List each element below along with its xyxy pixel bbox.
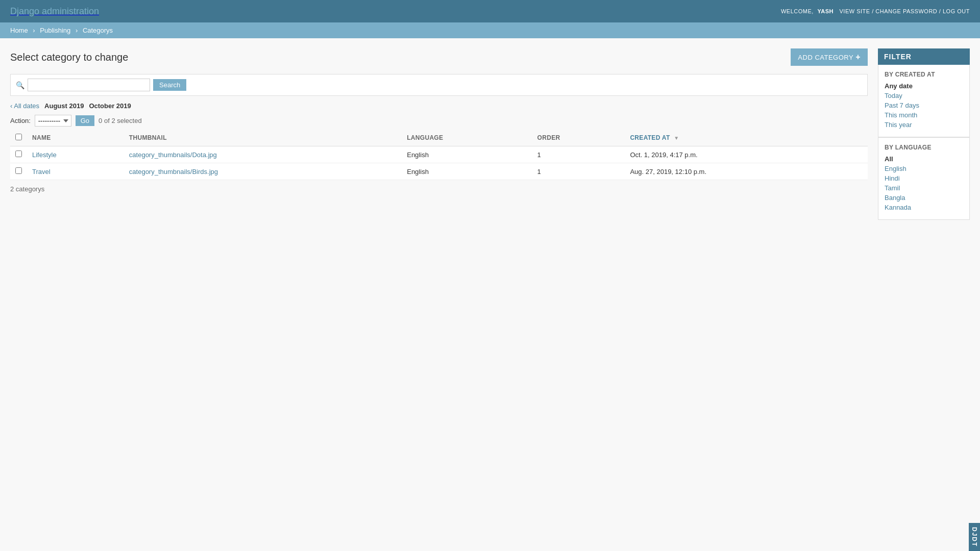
- filter-item-1-3: Tamil: [885, 184, 963, 192]
- breadcrumb-home[interactable]: Home: [10, 27, 28, 34]
- row-name-link[interactable]: Lifestyle: [32, 151, 57, 159]
- filter-item-0-4: This year: [885, 121, 963, 129]
- filter-link-1-0[interactable]: All: [885, 155, 893, 163]
- filter-section-1: By languageAllEnglishHindiTamilBanglaKan…: [878, 137, 970, 220]
- row-created-at: Oct. 1, 2019, 4:17 p.m.: [625, 146, 868, 163]
- date-filter-bar: ‹ All dates August 2019 October 2019: [10, 102, 868, 110]
- filter-item-0-1: Today: [885, 92, 963, 99]
- site-title[interactable]: Django administration: [10, 6, 99, 17]
- select-all-checkbox[interactable]: [15, 134, 22, 140]
- filter-section-0: By created atAny dateTodayPast 7 daysThi…: [878, 65, 970, 137]
- filter-link-1-1[interactable]: English: [885, 165, 906, 172]
- filter-item-1-4: Bangla: [885, 194, 963, 202]
- action-label: Action:: [10, 117, 31, 124]
- action-bar: Action: ---------- Go 0 of 2 selected: [10, 115, 868, 127]
- row-checkbox-cell: [10, 146, 27, 163]
- filter-sidebar: FILTER By created atAny dateTodayPast 7 …: [878, 48, 970, 220]
- row-thumbnail: category_thumbnails/Birds.jpg: [124, 163, 402, 180]
- row-thumbnail-link[interactable]: category_thumbnails/Birds.jpg: [129, 168, 218, 176]
- filter-link-0-0[interactable]: Any date: [885, 82, 913, 90]
- date-filter-oct[interactable]: October 2019: [89, 102, 131, 110]
- select-all-header: [10, 130, 27, 146]
- username: YASH: [817, 8, 834, 14]
- filter-item-0-3: This month: [885, 111, 963, 119]
- filter-section-title-1: By language: [885, 144, 963, 151]
- col-created-at[interactable]: CREATED AT ▼: [625, 130, 868, 146]
- row-language: English: [402, 146, 532, 163]
- row-thumbnail-link[interactable]: category_thumbnails/Dota.jpg: [129, 151, 217, 159]
- row-checkbox[interactable]: [15, 167, 22, 174]
- view-site-link[interactable]: VIEW SITE: [840, 8, 870, 14]
- filter-link-1-4[interactable]: Bangla: [885, 194, 905, 202]
- col-thumbnail: THUMBNAIL: [124, 130, 402, 146]
- row-order: 1: [532, 146, 625, 163]
- filter-item-0-2: Past 7 days: [885, 102, 963, 109]
- filter-link-1-5[interactable]: Kannada: [885, 204, 911, 211]
- filter-link-1-2[interactable]: Hindi: [885, 174, 900, 182]
- row-checkbox-cell: [10, 163, 27, 180]
- search-icon: 🔍: [16, 81, 24, 89]
- action-select[interactable]: ----------: [35, 115, 71, 127]
- page-title: Select category to change: [10, 52, 128, 63]
- col-name: NAME: [27, 130, 124, 146]
- filter-item-1-2: Hindi: [885, 174, 963, 182]
- result-count: 2 categorys: [10, 185, 868, 193]
- filter-section-title-0: By created at: [885, 71, 963, 78]
- sort-arrow-icon: ▼: [674, 135, 679, 141]
- row-name-link[interactable]: Travel: [32, 168, 51, 176]
- search-button[interactable]: Search: [153, 79, 186, 91]
- search-bar: 🔍 Search: [10, 74, 868, 96]
- row-name: Travel: [27, 163, 124, 180]
- col-order: ORDER: [532, 130, 625, 146]
- filter-link-0-1[interactable]: Today: [885, 92, 902, 99]
- breadcrumb: Home › Publishing › Categorys: [0, 22, 980, 38]
- go-button[interactable]: Go: [76, 115, 94, 126]
- results-table: NAME THUMBNAIL LANGUAGE ORDER CREATED AT…: [10, 130, 868, 180]
- filter-link-1-3[interactable]: Tamil: [885, 184, 900, 192]
- row-created-at: Aug. 27, 2019, 12:10 p.m.: [625, 163, 868, 180]
- date-filter-all[interactable]: ‹ All dates: [10, 102, 39, 110]
- filter-link-0-4[interactable]: This year: [885, 121, 912, 129]
- filter-title: FILTER: [878, 48, 970, 65]
- search-input[interactable]: [28, 79, 150, 91]
- table-row: Travel category_thumbnails/Birds.jpg Eng…: [10, 163, 868, 180]
- row-name: Lifestyle: [27, 146, 124, 163]
- row-thumbnail: category_thumbnails/Dota.jpg: [124, 146, 402, 163]
- filter-link-0-2[interactable]: Past 7 days: [885, 102, 919, 109]
- welcome-prefix: WELCOME,: [781, 8, 814, 14]
- page-title-row: Select category to change ADD CATEGORY +: [10, 48, 868, 66]
- add-category-label: ADD CATEGORY: [798, 54, 853, 61]
- content-main: Select category to change ADD CATEGORY +…: [0, 38, 980, 230]
- table-row: Lifestyle category_thumbnails/Dota.jpg E…: [10, 146, 868, 163]
- row-order: 1: [532, 163, 625, 180]
- log-out-link[interactable]: LOG OUT: [943, 8, 970, 14]
- user-tools: WELCOME, YASH VIEW SITE / CHANGE PASSWOR…: [781, 8, 970, 14]
- row-language: English: [402, 163, 532, 180]
- change-password-link[interactable]: CHANGE PASSWORD: [875, 8, 937, 14]
- header: Django administration WELCOME, YASH VIEW…: [0, 0, 980, 22]
- row-checkbox[interactable]: [15, 151, 22, 157]
- col-language: LANGUAGE: [402, 130, 532, 146]
- selected-count: 0 of 2 selected: [99, 117, 142, 124]
- filter-item-1-0: All: [885, 155, 963, 163]
- content-area: Select category to change ADD CATEGORY +…: [10, 48, 868, 193]
- plus-icon: +: [855, 53, 861, 62]
- filter-item-0-0: Any date: [885, 82, 963, 90]
- filter-item-1-5: Kannada: [885, 204, 963, 211]
- date-filter-aug[interactable]: August 2019: [44, 102, 84, 110]
- breadcrumb-current: Categorys: [83, 27, 113, 34]
- breadcrumb-publishing[interactable]: Publishing: [40, 27, 70, 34]
- filter-link-0-3[interactable]: This month: [885, 111, 917, 119]
- filter-item-1-1: English: [885, 165, 963, 172]
- add-category-button[interactable]: ADD CATEGORY +: [791, 48, 868, 66]
